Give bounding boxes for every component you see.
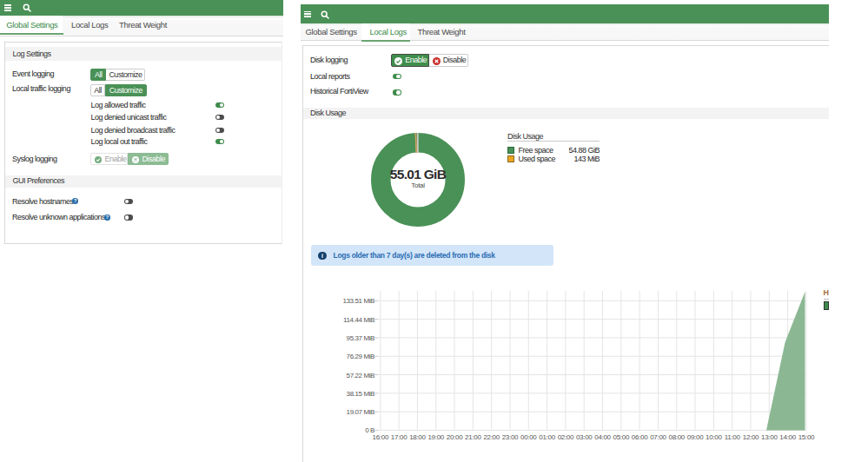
svg-text:07:00: 07:00	[650, 433, 666, 441]
svg-text:08:00: 08:00	[668, 433, 685, 441]
svg-text:13:00: 13:00	[761, 433, 778, 441]
svg-text:18:00: 18:00	[409, 433, 426, 441]
svg-text:16:00: 16:00	[373, 433, 389, 441]
svg-text:10:00: 10:00	[706, 433, 722, 441]
svg-text:12:00: 12:00	[743, 433, 759, 441]
svg-text:95.37 MiB: 95.37 MiB	[347, 334, 374, 342]
svg-text:19.07 MiB: 19.07 MiB	[347, 408, 374, 416]
svg-text:22:00: 22:00	[483, 433, 500, 441]
svg-text:05:00: 05:00	[613, 433, 630, 441]
svg-text:06:00: 06:00	[632, 433, 648, 441]
svg-text:04:00: 04:00	[594, 433, 611, 441]
svg-text:17:00: 17:00	[391, 433, 407, 441]
svg-text:09:00: 09:00	[687, 433, 704, 441]
svg-text:133.51 MiB: 133.51 MiB	[343, 297, 375, 305]
svg-text:03:00: 03:00	[576, 433, 593, 441]
svg-text:20:00: 20:00	[447, 433, 463, 441]
svg-text:02:00: 02:00	[558, 433, 574, 441]
svg-text:19:00: 19:00	[427, 433, 444, 441]
svg-text:76.29 MiB: 76.29 MiB	[347, 353, 374, 360]
svg-text:57.22 MiB: 57.22 MiB	[347, 372, 374, 380]
svg-text:00:00: 00:00	[520, 433, 537, 441]
svg-text:38.15 MiB: 38.15 MiB	[347, 390, 374, 398]
svg-text:01:00: 01:00	[539, 433, 555, 441]
svg-text:114.44 MiB: 114.44 MiB	[343, 316, 374, 324]
svg-text:21:00: 21:00	[465, 433, 481, 441]
svg-text:14:00: 14:00	[779, 433, 796, 441]
svg-text:15:00: 15:00	[798, 433, 815, 441]
svg-text:11:00: 11:00	[725, 433, 741, 441]
svg-text:23:00: 23:00	[502, 433, 519, 441]
